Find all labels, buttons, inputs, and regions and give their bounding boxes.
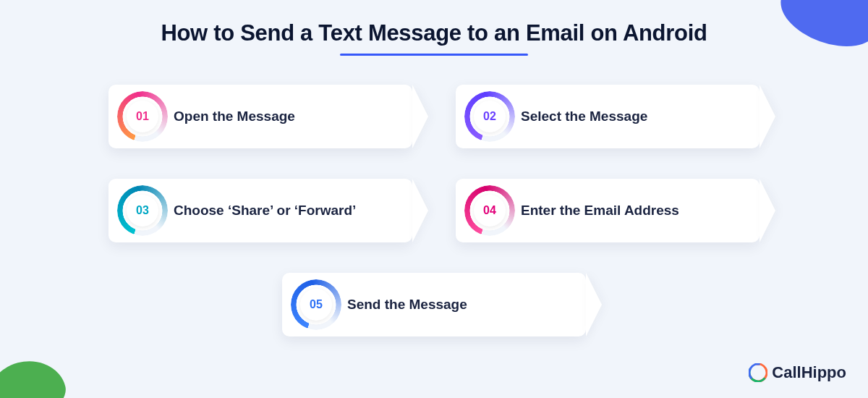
brand-logo: CallHippo	[749, 363, 846, 382]
step-card-01: 01Open the Message	[109, 85, 412, 148]
step-number: 04	[474, 195, 506, 226]
step-label: Enter the Email Address	[521, 203, 679, 219]
decor-blob-bottom-left	[0, 352, 71, 398]
steps-row: 05Send the Message	[282, 273, 586, 336]
title-underline	[340, 54, 528, 56]
step-label: Open the Message	[174, 109, 295, 124]
step-card-03: 03Choose ‘Share’ or ‘Forward’	[109, 179, 412, 242]
step-badge: 05	[295, 284, 337, 326]
step-number: 03	[127, 195, 158, 226]
step-card-04: 04Enter the Email Address	[456, 179, 760, 242]
step-card-02: 02Select the Message	[456, 85, 760, 148]
steps-grid: 01Open the Message02Select the Message03…	[0, 85, 868, 336]
step-card-05: 05Send the Message	[282, 273, 586, 336]
steps-row: 01Open the Message02Select the Message	[109, 85, 760, 148]
step-badge: 03	[122, 190, 163, 232]
step-label: Send the Message	[347, 297, 467, 313]
page-title: How to Send a Text Message to an Email o…	[0, 0, 868, 46]
step-number: 01	[127, 101, 158, 132]
step-badge: 04	[469, 190, 511, 232]
step-label: Select the Message	[521, 109, 647, 124]
step-number: 05	[300, 289, 332, 321]
steps-row: 03Choose ‘Share’ or ‘Forward’04Enter the…	[109, 179, 760, 242]
step-label: Choose ‘Share’ or ‘Forward’	[174, 203, 356, 219]
brand-name: CallHippo	[772, 363, 846, 382]
brand-icon	[749, 363, 767, 382]
step-badge: 02	[469, 96, 511, 137]
step-badge: 01	[122, 96, 163, 137]
step-number: 02	[474, 101, 506, 132]
